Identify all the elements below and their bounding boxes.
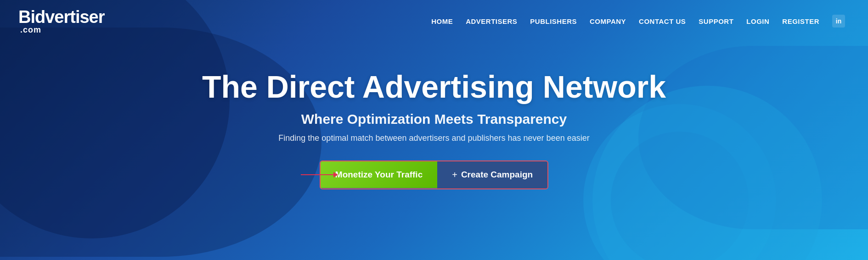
cta-box: Monetize Your Traffic + Create Campaign <box>320 160 548 189</box>
hero-section: Bidvertiser .com HOME ADVERTISERS PUBLIS… <box>0 0 868 260</box>
campaign-button-label: Create Campaign <box>461 170 533 180</box>
hero-content: The Direct Advertising Network Where Opt… <box>0 42 868 189</box>
campaign-button[interactable]: + Create Campaign <box>437 161 547 188</box>
cta-container: Monetize Your Traffic + Create Campaign <box>0 160 868 189</box>
hero-description: Finding the optimal match between advert… <box>0 133 868 143</box>
nav-register[interactable]: REGISTER <box>782 17 819 25</box>
hero-title: The Direct Advertising Network <box>0 70 868 104</box>
hero-subtitle: Where Optimization Meets Transparency <box>0 111 868 127</box>
arrow-annotation <box>301 174 338 175</box>
linkedin-icon[interactable]: in <box>832 15 845 28</box>
nav-contact[interactable]: CONTACT US <box>639 17 686 25</box>
navbar: Bidvertiser .com HOME ADVERTISERS PUBLIS… <box>0 0 868 42</box>
campaign-plus-icon: + <box>452 170 457 180</box>
nav-support[interactable]: SUPPORT <box>699 17 733 25</box>
logo-dot: .com <box>20 26 105 34</box>
nav-links: HOME ADVERTISERS PUBLISHERS COMPANY CONT… <box>431 15 845 28</box>
nav-home[interactable]: HOME <box>431 17 453 25</box>
logo-name: Bidvertiser <box>18 8 105 26</box>
arrow-line <box>301 174 338 175</box>
nav-advertisers[interactable]: ADVERTISERS <box>466 17 517 25</box>
nav-company[interactable]: COMPANY <box>590 17 626 25</box>
logo[interactable]: Bidvertiser .com <box>18 8 105 34</box>
nav-publishers[interactable]: PUBLISHERS <box>530 17 577 25</box>
nav-login[interactable]: LOGIN <box>746 17 769 25</box>
